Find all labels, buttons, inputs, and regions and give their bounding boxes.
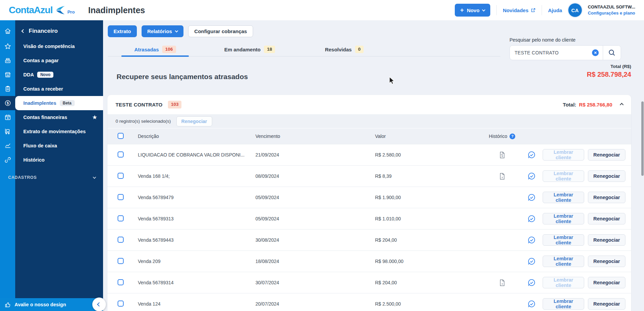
row-value: R$ 1.010,00 bbox=[366, 216, 477, 221]
client-search: Pesquisar pelo nome do cliente ✕ bbox=[510, 37, 621, 60]
scrollbar-thumb[interactable] bbox=[641, 101, 644, 176]
sidebar-item-vis-o-de-compet-ncia[interactable]: Visão de competência bbox=[0, 39, 103, 53]
sidebar-item-contas-a-pagar[interactable]: Contas a pagar bbox=[0, 53, 103, 68]
column-valor: Valor bbox=[366, 134, 477, 139]
cart-icon bbox=[0, 124, 15, 139]
doc-x-icon[interactable]: x bbox=[499, 279, 505, 286]
renegociar-button[interactable]: Renegociar bbox=[588, 298, 625, 310]
group-count-badge: 103 bbox=[168, 101, 182, 108]
row-checkbox[interactable] bbox=[118, 237, 124, 243]
sidebar-item-label: Fluxo de caixa bbox=[23, 143, 57, 148]
sidebar-item-financeiro[interactable]: Financeiro bbox=[0, 23, 103, 39]
chat-reminder-icon[interactable] bbox=[527, 214, 536, 223]
avatar[interactable]: CA bbox=[568, 3, 582, 17]
row-value: R$ 204,00 bbox=[366, 280, 477, 285]
chat-reminder-icon[interactable] bbox=[527, 278, 536, 287]
renegociar-button[interactable]: Renegociar bbox=[588, 192, 625, 203]
rate-design-bar[interactable]: Avalie o nosso design bbox=[0, 298, 103, 311]
ajuda-link[interactable]: Ajuda bbox=[548, 7, 562, 13]
renegociar-button[interactable]: Renegociar bbox=[588, 213, 625, 224]
chat-reminder-icon[interactable] bbox=[527, 172, 536, 181]
novo-button[interactable]: + Novo bbox=[455, 4, 490, 17]
bulk-renegociar-button[interactable]: Renegociar bbox=[176, 116, 212, 126]
row-due-date: 05/09/2024 bbox=[247, 195, 366, 200]
sidebar-item-dda[interactable]: DDA Novo bbox=[0, 68, 103, 82]
renegociar-button[interactable]: Renegociar bbox=[588, 170, 625, 182]
column-vencimento: Vencimento bbox=[247, 134, 366, 139]
novidades-link[interactable]: Novidades bbox=[503, 7, 536, 13]
row-checkbox[interactable] bbox=[118, 215, 124, 221]
chat-reminder-icon[interactable] bbox=[527, 193, 536, 202]
sidebar-item-label: Contas financeiras bbox=[23, 115, 67, 120]
row-value: R$ 8,39 bbox=[366, 173, 477, 179]
tab-em-andamento[interactable]: Em andamento18 bbox=[202, 43, 297, 56]
row-due-date: 08/09/2024 bbox=[247, 173, 366, 179]
section-heading: Recupere seus lançamentos atrasados bbox=[117, 69, 631, 81]
row-checkbox[interactable] bbox=[118, 194, 124, 200]
sidebar-item-label: Histórico bbox=[23, 157, 45, 163]
select-all-checkbox[interactable] bbox=[118, 133, 124, 139]
chat-reminder-icon[interactable] bbox=[527, 257, 536, 266]
lembrar-cliente-button[interactable]: Lembrar cliente bbox=[543, 256, 584, 267]
renegociar-button[interactable]: Renegociar bbox=[588, 256, 625, 267]
lembrar-cliente-button[interactable]: Lembrar cliente bbox=[543, 192, 584, 203]
lembrar-cliente-button[interactable]: Lembrar cliente bbox=[543, 213, 584, 224]
sidebar-item-badge: Beta bbox=[60, 100, 75, 106]
sidebar-item-contas-a-receber[interactable]: Contas a receber bbox=[0, 82, 103, 96]
lembrar-cliente-button[interactable]: Lembrar cliente bbox=[543, 277, 584, 288]
help-icon[interactable]: ? bbox=[510, 134, 515, 139]
sidebar-item-contas-financeiras[interactable]: $ Contas financeiras ★ bbox=[0, 110, 103, 124]
sidebar-item-cadastros[interactable]: CADASTROS bbox=[0, 172, 103, 183]
chat-reminder-icon[interactable] bbox=[527, 150, 536, 160]
tab-resolvidas[interactable]: Resolvidas0 bbox=[297, 43, 392, 56]
pro-label: Pro bbox=[67, 9, 75, 15]
total-value: R$ 258.798,24 bbox=[587, 71, 631, 78]
sidebar-item-fluxo-de-caixa[interactable]: Fluxo de caixa bbox=[0, 139, 103, 153]
renegociar-button[interactable]: Renegociar bbox=[588, 234, 625, 246]
table-row: Venda 56789314 30/07/2024 R$ 204,00 x Le… bbox=[107, 272, 631, 293]
row-checkbox[interactable] bbox=[118, 301, 124, 307]
collapse-group-icon[interactable] bbox=[620, 103, 623, 106]
sidebar-item-extrato-de-movimenta-es[interactable]: Extrato de movimentações bbox=[0, 124, 103, 139]
lembrar-cliente-button[interactable]: Lembrar cliente bbox=[543, 149, 584, 161]
app-window: ContaAzul Pro Inadimplentes + Novo Novid… bbox=[0, 0, 644, 311]
table-row: LIQUIDACAO DE COBRANCA VALOR DISPONI... … bbox=[107, 144, 631, 165]
contaazul-logo-mark-icon bbox=[55, 5, 65, 15]
top-bar: ContaAzul Pro Inadimplentes + Novo Novid… bbox=[0, 0, 644, 20]
lembrar-cliente-button[interactable]: Lembrar cliente bbox=[543, 170, 584, 182]
sidebar-collapse-button[interactable] bbox=[92, 297, 106, 311]
search-input[interactable] bbox=[510, 50, 592, 55]
renegociar-button[interactable]: Renegociar bbox=[588, 277, 625, 288]
chat-reminder-icon[interactable] bbox=[527, 300, 536, 309]
group-total-label: Total: bbox=[563, 102, 576, 107]
row-value: R$ 98.000,00 bbox=[366, 259, 477, 264]
status-tabs: Atrasadas106 Em andamento18 Resolvidas0 bbox=[108, 43, 500, 56]
sidebar-item-inadimplentes[interactable]: $ Inadimplentes Beta bbox=[0, 96, 103, 110]
sidebar-item-label: Inadimplentes bbox=[23, 100, 56, 106]
lembrar-cliente-button[interactable]: Lembrar cliente bbox=[543, 234, 584, 246]
link-icon bbox=[0, 153, 15, 167]
contaazul-logo[interactable]: ContaAzul Pro bbox=[9, 5, 75, 16]
configurar-cobrancas-button[interactable]: Configurar cobranças bbox=[188, 25, 253, 37]
settings-plan-link[interactable]: Configurações e plano bbox=[588, 10, 635, 16]
renegociar-button[interactable]: Renegociar bbox=[588, 149, 625, 161]
sidebar-item-hist-rico[interactable]: Histórico bbox=[0, 153, 103, 167]
doc-x-icon[interactable]: x bbox=[499, 173, 505, 180]
row-description: Venda 56789479 bbox=[129, 195, 247, 200]
tab-atrasadas[interactable]: Atrasadas106 bbox=[108, 43, 202, 56]
total-label: Total (R$) bbox=[587, 64, 631, 69]
row-checkbox[interactable] bbox=[118, 279, 124, 285]
doc-dollar-icon[interactable]: $ bbox=[499, 151, 505, 159]
chat-reminder-icon[interactable] bbox=[527, 236, 536, 245]
row-checkbox[interactable] bbox=[118, 151, 124, 158]
search-button[interactable] bbox=[603, 45, 621, 60]
row-checkbox[interactable] bbox=[118, 258, 124, 264]
extrato-button[interactable]: Extrato bbox=[108, 25, 137, 37]
clear-search-icon[interactable]: ✕ bbox=[592, 49, 599, 56]
row-value: R$ 204,00 bbox=[366, 237, 477, 243]
row-checkbox[interactable] bbox=[118, 173, 124, 179]
sidebar-item-label: Extrato de movimentações bbox=[23, 129, 86, 134]
group-total-value: R$ 258.766,80 bbox=[579, 102, 612, 107]
relatorios-button[interactable]: Relatórios bbox=[142, 25, 183, 37]
lembrar-cliente-button[interactable]: Lembrar cliente bbox=[543, 298, 584, 310]
